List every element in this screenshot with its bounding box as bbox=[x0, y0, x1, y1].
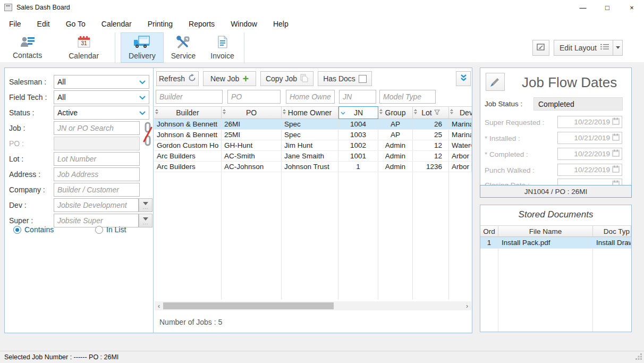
job-search-input[interactable] bbox=[54, 121, 140, 135]
menu-help[interactable]: Help bbox=[265, 16, 296, 31]
copy-job-button-label: Copy Job bbox=[266, 74, 297, 83]
cell-home-owner: Spec bbox=[282, 130, 338, 140]
sort-icon bbox=[414, 109, 418, 114]
po-label: PO : bbox=[9, 139, 24, 148]
cell-lot: 26 bbox=[413, 119, 449, 129]
stored-documents-table: Ord File Name Doc Typ 1 Install Pack.pdf… bbox=[480, 225, 631, 332]
column-header-lot[interactable]: Lot bbox=[413, 106, 449, 119]
table-row[interactable]: Johnson & Bennett 25MI Spec 1003 AP 25 M… bbox=[154, 130, 472, 140]
contains-radio[interactable]: Contains bbox=[13, 225, 54, 234]
table-row[interactable]: Johnson & Bennett 26MI Spec 1004 AP 26 M… bbox=[154, 119, 472, 130]
close-button[interactable]: × bbox=[620, 0, 644, 15]
column-header-jn[interactable]: JN bbox=[338, 106, 378, 119]
filter-funnel-icon[interactable] bbox=[434, 108, 440, 117]
new-job-button[interactable]: New Job + bbox=[203, 71, 256, 86]
menu-reports[interactable]: Reports bbox=[181, 16, 223, 31]
refresh-button[interactable]: Refresh bbox=[156, 71, 199, 86]
cell-jn: 1 bbox=[338, 162, 378, 172]
minimize-button[interactable]: — bbox=[571, 0, 595, 15]
field-tech-combobox[interactable] bbox=[54, 90, 149, 104]
delivery-label: Delivery bbox=[129, 52, 156, 60]
expand-window-button[interactable] bbox=[532, 40, 549, 56]
salesman-chevron-down-icon[interactable] bbox=[136, 75, 149, 88]
broken-link-icon[interactable] bbox=[143, 121, 152, 150]
contacts-button[interactable]: Contacts bbox=[5, 32, 49, 63]
calendar-small-icon[interactable] bbox=[612, 165, 620, 174]
menu-file[interactable]: File bbox=[1, 16, 29, 31]
menu-window[interactable]: Window bbox=[223, 16, 265, 31]
horizontal-scrollbar[interactable]: ‹ › bbox=[155, 301, 471, 310]
radio-dot-icon bbox=[95, 226, 103, 234]
column-header-ord[interactable]: Ord bbox=[480, 225, 498, 237]
document-row[interactable]: 1 Install Pack.pdf Install Draw bbox=[480, 237, 631, 249]
address-search-input[interactable] bbox=[54, 167, 140, 181]
jn-filter-input[interactable] bbox=[339, 90, 376, 104]
radio-dot-icon bbox=[13, 226, 21, 234]
scroll-left-icon[interactable]: ‹ bbox=[155, 302, 163, 310]
calendar-button[interactable]: 31 Calendar bbox=[61, 32, 106, 63]
sort-icon bbox=[223, 109, 226, 114]
column-header-development[interactable]: Develo bbox=[449, 106, 472, 119]
field-tech-label: Field Tech : bbox=[9, 93, 47, 102]
installed-date-field[interactable]: 10/21/2019 bbox=[557, 132, 622, 144]
edit-layout-dropdown[interactable] bbox=[613, 40, 622, 55]
column-header-file-name[interactable]: File Name bbox=[498, 225, 593, 237]
table-row[interactable]: Arc Builders AC-Johnson Johnson Trust 1 … bbox=[154, 162, 472, 172]
column-header-group[interactable]: Group bbox=[378, 106, 413, 119]
edit-layout-button[interactable]: Edit Layout bbox=[554, 40, 623, 56]
column-header-doc-type[interactable]: Doc Typ bbox=[593, 225, 631, 237]
job-count-label: Number of Jobs : 5 bbox=[159, 318, 222, 326]
cell-builder: Arc Builders bbox=[154, 151, 222, 161]
double-chevron-down-icon bbox=[460, 74, 468, 83]
selected-job-status-text: Selected Job Number : ------ PO : 26MI bbox=[4, 353, 118, 361]
completed-date-field[interactable]: 10/22/2019 bbox=[557, 148, 622, 160]
scrollbar-thumb[interactable] bbox=[163, 302, 334, 309]
salesman-combobox[interactable] bbox=[54, 75, 149, 89]
lot-search-input[interactable] bbox=[54, 152, 140, 166]
menu-calendar[interactable]: Calendar bbox=[94, 16, 140, 31]
calendar-day-number: 31 bbox=[81, 40, 87, 46]
in-list-radio[interactable]: In List bbox=[95, 225, 126, 234]
edit-dates-button[interactable] bbox=[486, 73, 505, 91]
super-requested-date-field[interactable]: 10/22/2019 bbox=[557, 116, 622, 128]
delivery-button[interactable]: Delivery bbox=[121, 32, 164, 63]
calendar-small-icon[interactable] bbox=[612, 117, 620, 126]
builder-filter-input[interactable] bbox=[156, 90, 223, 104]
menu-printing[interactable]: Printing bbox=[140, 16, 181, 31]
jobs-grid-area: Refresh New Job + Copy Job bbox=[154, 68, 472, 333]
invoice-button[interactable]: Invoice bbox=[203, 32, 241, 63]
punch-walked-date-field[interactable]: 10/22/2019 bbox=[557, 164, 622, 176]
dev-search-input[interactable] bbox=[54, 198, 139, 212]
scrollbar-track[interactable] bbox=[163, 302, 463, 309]
has-docs-checkbox[interactable] bbox=[359, 75, 367, 83]
installed-label: * Installed : bbox=[485, 134, 520, 142]
home-owner-filter-input[interactable] bbox=[286, 90, 335, 104]
column-header-po[interactable]: PO bbox=[222, 106, 282, 119]
column-header-home-owner[interactable]: Home Owner bbox=[282, 106, 338, 119]
field-tech-chevron-down-icon[interactable] bbox=[136, 91, 149, 104]
cell-builder: Johnson & Bennett bbox=[154, 130, 222, 140]
has-docs-button-label: Has Docs bbox=[323, 74, 355, 83]
dev-dropdown-button[interactable]: ... bbox=[139, 198, 152, 212]
maximize-button[interactable]: □ bbox=[595, 0, 620, 15]
cell-po: GH-Hunt bbox=[222, 140, 282, 150]
menu-edit[interactable]: Edit bbox=[29, 16, 58, 31]
table-row[interactable]: Arc Builders AC-Smith Jane Smaith 1001 A… bbox=[154, 151, 472, 162]
scroll-right-icon[interactable]: › bbox=[463, 302, 471, 310]
resize-grip-icon[interactable] bbox=[635, 353, 642, 361]
has-docs-button[interactable]: Has Docs bbox=[318, 71, 372, 86]
menu-go-to[interactable]: Go To bbox=[58, 16, 94, 31]
model-type-filter-input[interactable] bbox=[379, 90, 436, 104]
copy-job-button[interactable]: Copy Job bbox=[260, 71, 313, 86]
column-header-builder[interactable]: Builder bbox=[154, 106, 222, 119]
expand-filters-button[interactable] bbox=[456, 71, 471, 86]
status-chevron-down-icon[interactable] bbox=[136, 106, 149, 119]
service-button[interactable]: Service bbox=[164, 32, 204, 63]
po-filter-input[interactable] bbox=[227, 90, 281, 104]
calendar-small-icon[interactable] bbox=[612, 149, 620, 158]
calendar-small-icon[interactable] bbox=[612, 133, 620, 142]
company-search-input[interactable] bbox=[54, 183, 140, 197]
table-row[interactable]: Gordon Custom Ho GH-Hunt Jim Hunt 1002 A… bbox=[154, 140, 472, 151]
status-combobox[interactable] bbox=[54, 106, 149, 120]
job-status-value: Completed bbox=[533, 97, 623, 111]
